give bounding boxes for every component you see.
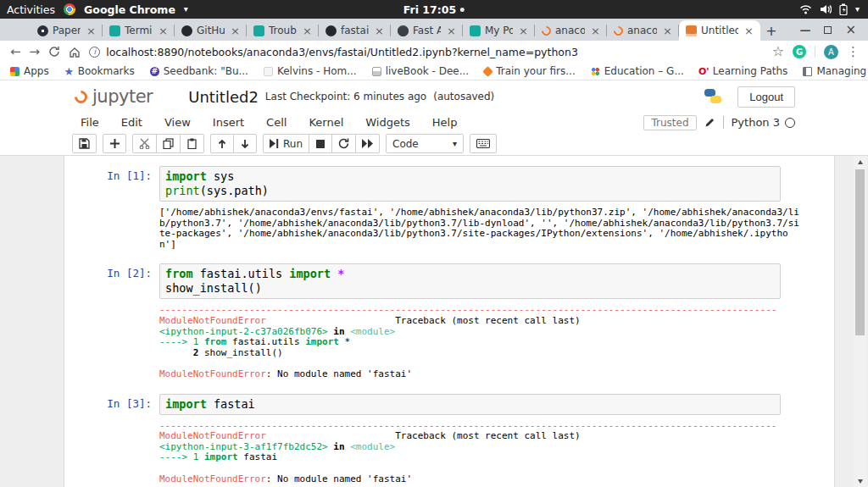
menu-item-file[interactable]: File bbox=[70, 116, 110, 129]
menu-item-widgets[interactable]: Widgets bbox=[354, 116, 421, 129]
add-cell-button[interactable] bbox=[103, 134, 126, 153]
browser-tab[interactable]: Untitled× bbox=[679, 20, 760, 41]
tab-close-icon[interactable]: × bbox=[661, 25, 674, 37]
code-cell-input[interactable]: import fastai bbox=[159, 394, 781, 415]
tab-close-icon[interactable]: × bbox=[589, 25, 602, 37]
bookmark-item[interactable]: Managing env... bbox=[803, 65, 868, 77]
tab-close-icon[interactable]: × bbox=[229, 25, 242, 37]
profile-avatar[interactable]: A bbox=[824, 45, 838, 59]
close-icon[interactable]: × bbox=[845, 22, 856, 37]
home-icon[interactable] bbox=[69, 47, 81, 58]
edit-pencil-icon[interactable] bbox=[704, 117, 715, 128]
bookmark-label: Seedbank: "Bu... bbox=[164, 65, 248, 77]
autosave-status: (autosaved) bbox=[433, 91, 494, 102]
menu-item-help[interactable]: Help bbox=[421, 116, 469, 129]
bookmark-item[interactable]: Bookmarks bbox=[64, 65, 135, 77]
code-cell-input[interactable]: from fastai.utils import *show_install() bbox=[159, 263, 781, 299]
browser-tab[interactable]: Trouble× bbox=[247, 20, 319, 41]
jupyter-logo[interactable]: jupyter bbox=[75, 86, 153, 107]
copy-cell-button[interactable] bbox=[156, 134, 181, 153]
paste-cell-button[interactable] bbox=[180, 134, 204, 153]
browser-tab[interactable]: Termina× bbox=[103, 20, 175, 41]
github-icon bbox=[181, 25, 192, 36]
system-menu-caret-icon[interactable]: ▾ bbox=[855, 5, 860, 14]
info-icon[interactable]: i bbox=[89, 47, 100, 58]
menu-item-view[interactable]: View bbox=[153, 116, 202, 129]
command-palette-button[interactable] bbox=[470, 134, 497, 153]
restart-kernel-button[interactable] bbox=[331, 134, 356, 153]
app-menu-button[interactable]: Google Chrome bbox=[84, 3, 175, 16]
volume-icon[interactable] bbox=[820, 4, 832, 14]
tab-close-icon[interactable]: × bbox=[743, 25, 755, 37]
save-button[interactable] bbox=[72, 134, 97, 153]
cell-output: ----------------------------------------… bbox=[159, 421, 800, 485]
logout-button[interactable]: Logout bbox=[737, 86, 795, 108]
bookmark-item[interactable]: Apps bbox=[10, 65, 49, 77]
paperspace-icon bbox=[37, 25, 48, 36]
browser-tab[interactable]: GitHub× bbox=[175, 20, 247, 41]
bookmark-item[interactable]: liveBook - Dee... bbox=[372, 65, 469, 77]
oreilly-icon bbox=[699, 67, 709, 76]
bookmark-item[interactable]: Train your firs... bbox=[484, 65, 576, 77]
scrollbar-thumb[interactable] bbox=[855, 169, 865, 335]
back-icon[interactable]: ← bbox=[10, 46, 21, 58]
browser-tab[interactable]: anacond× bbox=[607, 20, 679, 41]
forward-icon[interactable]: → bbox=[30, 46, 41, 58]
tab-close-icon[interactable]: × bbox=[517, 25, 530, 37]
address-bar[interactable]: i localhost:8890/notebooks/anaconda3/env… bbox=[89, 46, 764, 58]
browser-tab[interactable]: anacond× bbox=[535, 20, 607, 41]
bookmark-item[interactable]: Seedbank: "Bu... bbox=[150, 65, 248, 77]
browser-tab[interactable]: My Post× bbox=[463, 20, 535, 41]
new-tab-button[interactable]: + bbox=[760, 20, 782, 41]
bookmark-label: Education – G... bbox=[604, 65, 684, 77]
bookmarks-list: AppsBookmarksSeedbank: "Bu...Kelvins - H… bbox=[10, 65, 868, 77]
menu-item-edit[interactable]: Edit bbox=[110, 116, 153, 129]
system-top-bar: Activities Google Chrome ▾ Fri 17:05 ▾ bbox=[0, 0, 868, 19]
bookmark-star-icon[interactable]: ☆ bbox=[772, 45, 784, 58]
tab-close-icon[interactable]: × bbox=[373, 25, 386, 37]
wifi-icon[interactable] bbox=[799, 4, 812, 14]
bookmark-item[interactable]: Education – G... bbox=[591, 65, 684, 77]
clock[interactable]: Fri 17:05 bbox=[403, 3, 465, 16]
run-cell-button[interactable]: Run bbox=[263, 134, 309, 153]
forum-icon bbox=[109, 25, 120, 36]
tab-close-icon[interactable]: × bbox=[301, 25, 314, 37]
activities-button[interactable]: Activities bbox=[7, 3, 55, 16]
browser-tab[interactable]: Fast AI× bbox=[391, 20, 463, 41]
restart-run-all-button[interactable] bbox=[355, 134, 380, 153]
browser-tab[interactable]: fastai/R× bbox=[319, 20, 391, 41]
scrollbar[interactable] bbox=[854, 156, 866, 487]
cut-cell-button[interactable] bbox=[132, 134, 157, 153]
tab-close-icon[interactable]: × bbox=[157, 25, 170, 37]
notebook-container: In [1]:import sysprint(sys.path)['/home/… bbox=[64, 156, 835, 487]
tab-close-icon[interactable]: × bbox=[445, 25, 458, 37]
restore-icon[interactable] bbox=[824, 26, 832, 34]
tab-close-icon[interactable]: × bbox=[85, 25, 97, 37]
notebook-title[interactable]: Untitled2 bbox=[188, 88, 259, 106]
minimize-icon[interactable]: — bbox=[799, 24, 810, 36]
browser-tab[interactable]: Papers× bbox=[31, 20, 103, 41]
code-cell-input[interactable]: import sysprint(sys.path) bbox=[159, 166, 781, 202]
bookmark-item[interactable]: Learning Paths bbox=[699, 65, 788, 77]
menu-item-cell[interactable]: Cell bbox=[255, 116, 298, 129]
cell-type-select[interactable]: Code ▾ bbox=[386, 134, 464, 153]
bookmark-item[interactable]: Kelvins - Hom... bbox=[264, 65, 357, 77]
bookmarks-bar: AppsBookmarksSeedbank: "Bu...Kelvins - H… bbox=[0, 63, 868, 80]
move-cell-up-button[interactable] bbox=[210, 134, 234, 153]
grammarly-extension-icon[interactable]: G bbox=[793, 45, 806, 58]
menu-item-kernel[interactable]: Kernel bbox=[298, 116, 354, 129]
menu-item-insert[interactable]: Insert bbox=[202, 116, 255, 129]
bookmark-label: Train your firs... bbox=[496, 65, 576, 77]
move-cell-down-button[interactable] bbox=[233, 134, 257, 153]
scroll-up-icon[interactable] bbox=[854, 156, 866, 168]
scroll-down-icon[interactable] bbox=[854, 475, 866, 487]
browser-menu-icon[interactable]: ⋮ bbox=[847, 46, 860, 58]
reload-icon[interactable] bbox=[48, 46, 60, 58]
tab-label: Papers bbox=[53, 25, 81, 36]
battery-icon[interactable] bbox=[839, 3, 848, 15]
jupyter-ring-icon bbox=[72, 87, 90, 105]
managing-icon bbox=[803, 67, 812, 76]
trusted-badge[interactable]: Trusted bbox=[643, 115, 696, 130]
interrupt-kernel-button[interactable] bbox=[309, 134, 332, 153]
jupyter-toolbar: Run Code ▾ bbox=[0, 132, 868, 156]
